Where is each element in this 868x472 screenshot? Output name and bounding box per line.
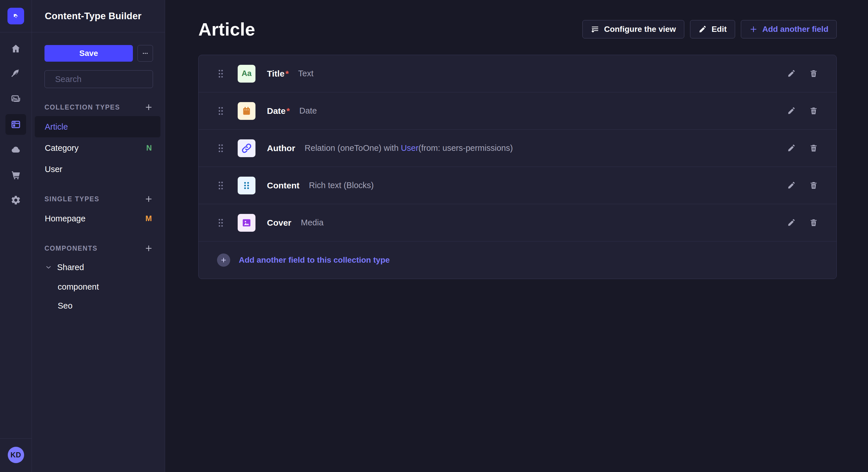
delete-field-button[interactable] <box>809 106 818 115</box>
save-row: Save <box>44 45 153 62</box>
add-collection-type-button[interactable] <box>144 103 153 111</box>
plus-icon <box>144 195 153 203</box>
sidebar-item-homepage[interactable]: Homepage M <box>35 208 160 229</box>
edit-field-button[interactable] <box>787 181 796 190</box>
nav-marketplace[interactable] <box>5 165 26 185</box>
plus-icon <box>144 244 153 252</box>
delete-field-button[interactable] <box>809 218 818 227</box>
add-single-type-button[interactable] <box>144 195 153 203</box>
search-input[interactable] <box>55 74 163 84</box>
field-row-title: Aa Title* Text <box>198 55 836 92</box>
ellipsis-icon <box>142 49 149 57</box>
delete-field-button[interactable] <box>809 144 818 153</box>
add-another-field-label: Add another field <box>763 25 828 34</box>
collection-types-header: COLLECTION TYPES <box>44 103 153 111</box>
drag-handle-icon[interactable] <box>217 143 224 153</box>
single-types-list: Homepage M <box>35 208 160 229</box>
drag-handle-icon[interactable] <box>217 69 224 78</box>
drag-handle-icon[interactable] <box>217 106 224 116</box>
nav-content-manager[interactable] <box>5 64 26 84</box>
required-asterisk: * <box>285 69 289 78</box>
pencil-icon <box>699 25 707 34</box>
nav-media-library[interactable] <box>5 89 26 109</box>
sidebar-item-article[interactable]: Article <box>35 116 160 137</box>
item-label: Homepage <box>45 214 86 224</box>
edit-field-button[interactable] <box>787 69 796 78</box>
blocks-field-icon <box>238 177 255 194</box>
edit-label: Edit <box>712 25 727 34</box>
single-types-heading: SINGLE TYPES <box>44 195 99 203</box>
component-item-seo[interactable]: Seo <box>35 296 160 315</box>
component-item-component[interactable]: component <box>35 277 160 296</box>
add-field-footer-label[interactable]: Add another field to this collection typ… <box>239 256 390 265</box>
gear-icon <box>11 195 21 205</box>
rail-divider <box>0 32 32 32</box>
delete-field-button[interactable] <box>809 69 818 78</box>
nav-home[interactable] <box>5 38 26 59</box>
nav-content-type-builder[interactable] <box>5 114 26 135</box>
item-label: User <box>45 165 62 174</box>
drag-handle-icon[interactable] <box>217 181 224 191</box>
plus-icon <box>220 257 227 264</box>
pencil-icon <box>787 218 796 227</box>
cloud-icon <box>11 144 21 155</box>
trash-icon <box>809 106 818 115</box>
row-actions <box>787 106 818 115</box>
strapi-logo[interactable] <box>7 8 24 24</box>
component-group-shared[interactable]: Shared <box>35 257 160 277</box>
relation-target-link: User <box>401 143 418 153</box>
field-type: Date <box>299 106 317 115</box>
components-header: COMPONENTS <box>44 244 153 252</box>
row-actions <box>787 69 818 78</box>
sidebar-item-category[interactable]: Category N <box>35 137 160 159</box>
add-field-circle-button[interactable] <box>217 254 230 267</box>
main-content: Article Configure the view Edit Add anot… <box>165 0 868 472</box>
sidebar-title: Content-Type Builder <box>32 0 165 32</box>
configure-view-label: Configure the view <box>604 25 676 34</box>
field-row-cover: Cover Media <box>198 204 836 241</box>
status-badge-new: N <box>146 144 152 153</box>
user-avatar[interactable]: KD <box>8 447 24 463</box>
group-label: Shared <box>57 263 84 272</box>
field-name: Author <box>267 143 295 153</box>
item-label: component <box>58 282 99 292</box>
save-button[interactable]: Save <box>44 45 133 62</box>
rail-bottom: KD <box>0 438 32 472</box>
edit-field-button[interactable] <box>787 144 796 153</box>
layout-builder-icon <box>11 119 21 130</box>
nav-settings[interactable] <box>5 190 26 210</box>
toolbar: Configure the view Edit Add another fiel… <box>582 20 837 38</box>
main-nav-rail: KD <box>0 0 32 472</box>
item-label: Seo <box>58 301 73 310</box>
edit-field-button[interactable] <box>787 106 796 115</box>
field-type: Rich text (Blocks) <box>309 181 374 190</box>
chevron-down-icon <box>45 264 52 271</box>
sidebar-item-user[interactable]: User <box>35 159 160 180</box>
pencil-icon <box>787 144 796 153</box>
drag-handle-icon[interactable] <box>217 218 224 228</box>
add-component-button[interactable] <box>144 244 153 252</box>
more-actions-button[interactable] <box>137 45 153 62</box>
plus-icon <box>144 103 153 111</box>
nav-deploy[interactable] <box>5 139 26 160</box>
delete-field-button[interactable] <box>809 181 818 190</box>
field-row-author: Author Relation (oneToOne) with User(fro… <box>198 130 836 167</box>
field-name: Content <box>267 181 299 191</box>
add-field-footer-row[interactable]: Add another field to this collection typ… <box>198 241 836 279</box>
rail-nav-items <box>5 38 26 210</box>
trash-icon <box>809 69 818 78</box>
field-name: Date* <box>267 106 290 116</box>
field-type: Relation (oneToOne) with User(from: user… <box>305 143 513 153</box>
configure-view-button[interactable]: Configure the view <box>582 20 684 38</box>
field-name: Cover <box>267 218 291 228</box>
edit-field-button[interactable] <box>787 218 796 227</box>
edit-button[interactable]: Edit <box>690 20 735 38</box>
add-another-field-button[interactable]: Add another field <box>741 20 837 38</box>
row-actions <box>787 144 818 153</box>
text-field-icon: Aa <box>238 65 255 82</box>
images-icon <box>11 94 21 104</box>
relation-field-icon <box>238 139 255 157</box>
trash-icon <box>809 181 818 190</box>
required-asterisk: * <box>286 106 290 115</box>
media-field-icon <box>238 214 255 232</box>
